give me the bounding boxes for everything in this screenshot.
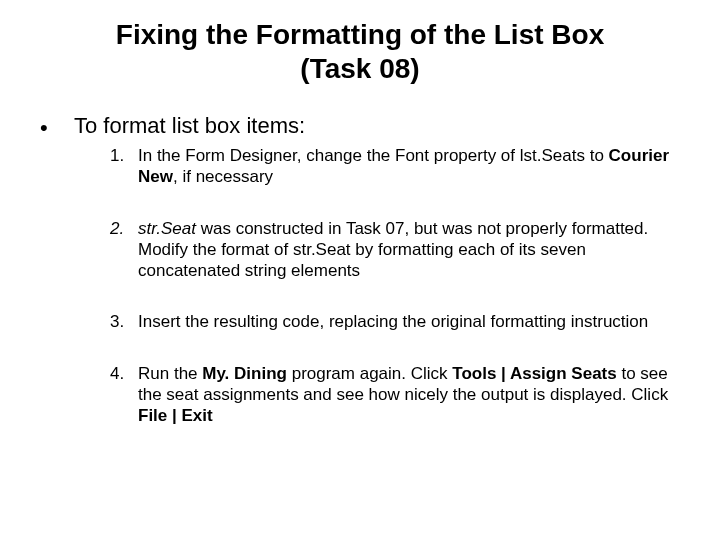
step-1-text-a: In the Form Designer, change the Font pr… — [138, 146, 609, 165]
step-4-a: Run the — [138, 364, 202, 383]
step-4: Run the My. Dining program again. Click … — [110, 363, 674, 427]
step-1: In the Form Designer, change the Font pr… — [110, 145, 674, 188]
step-2: str.Seat was constructed in Task 07, but… — [110, 218, 674, 282]
step-2-italic: str.Seat — [138, 219, 196, 238]
step-2-text: was constructed in Task 07, but was not … — [138, 219, 648, 281]
step-4-c: program again. Click — [287, 364, 452, 383]
lead-text: To format list box items: — [74, 113, 305, 139]
title-line-2: (Task 08) — [300, 53, 419, 84]
step-4-f: File | Exit — [138, 406, 213, 425]
step-3: Insert the resulting code, replacing the… — [110, 311, 674, 332]
step-4-b: My. Dining — [202, 364, 287, 383]
slide-title: Fixing the Formatting of the List Box (T… — [40, 18, 680, 85]
steps-list: In the Form Designer, change the Font pr… — [40, 145, 680, 426]
title-line-1: Fixing the Formatting of the List Box — [116, 19, 604, 50]
step-4-d: Tools | Assign Seats — [452, 364, 616, 383]
step-1-text-c: , if necessary — [173, 167, 273, 186]
step-3-text: Insert the resulting code, replacing the… — [138, 312, 648, 331]
bullet: • — [40, 113, 74, 139]
lead-row: • To format list box items: — [40, 113, 680, 139]
